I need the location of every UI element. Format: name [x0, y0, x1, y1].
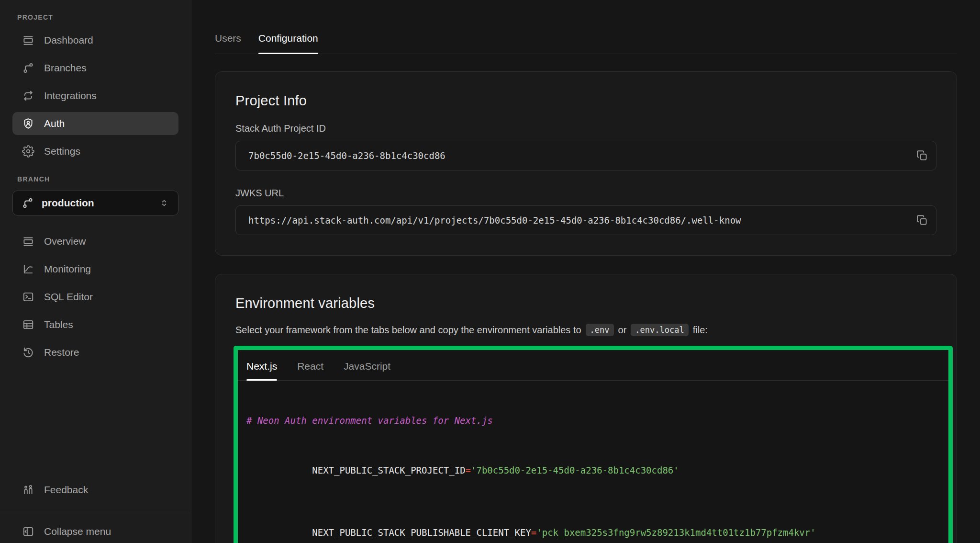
sidebar-item-label: Tables: [44, 319, 73, 330]
sidebar-item-label: Feedback: [44, 484, 88, 496]
project-nav: Dashboard Branches Integrations Auth: [12, 29, 178, 163]
framework-tabs: Next.js React JavaScript: [238, 350, 948, 381]
copy-icon: [916, 149, 928, 162]
tab-configuration[interactable]: Configuration: [258, 33, 318, 54]
description-text: Select your framework from the tabs belo…: [235, 325, 581, 336]
environment-variables-card: Environment variables Select your framew…: [215, 274, 957, 543]
sidebar-item-label: SQL Editor: [44, 291, 93, 303]
copy-project-id-button[interactable]: [915, 148, 929, 163]
description-text: file:: [693, 325, 708, 336]
feedback-icon: [22, 484, 34, 496]
sidebar-item-label: Collapse menu: [44, 526, 111, 537]
overview-icon: [22, 235, 34, 248]
branch-icon: [22, 197, 34, 209]
equals-sign: =: [531, 527, 536, 538]
branch-nav: Overview Monitoring SQL Editor Tables: [12, 230, 178, 364]
chevron-updown-icon: [159, 198, 169, 208]
branch-section-label: BRANCH: [12, 175, 178, 183]
project-section-label: PROJECT: [12, 13, 178, 21]
tab-javascript[interactable]: JavaScript: [344, 361, 390, 380]
dashboard-icon: [22, 34, 34, 46]
sidebar-item-restore[interactable]: Restore: [12, 341, 178, 364]
equals-sign: =: [466, 465, 471, 475]
sql-editor-icon: [22, 291, 34, 303]
tab-nextjs[interactable]: Next.js: [246, 361, 277, 380]
sidebar-item-label: Settings: [44, 146, 80, 157]
page-tabs: Users Configuration: [215, 33, 957, 54]
copy-icon: [916, 214, 928, 226]
env-var-name: NEXT_PUBLIC_STACK_PUBLISHABLE_CLIENT_KEY: [312, 527, 531, 538]
sidebar-item-label: Integrations: [44, 90, 97, 102]
sidebar-item-label: Restore: [44, 347, 79, 358]
sidebar-item-overview[interactable]: Overview: [12, 230, 178, 253]
env-var-value: '7b0c55d0-2e15-45d0-a236-8b1c4c30cd86': [471, 465, 679, 475]
collapse-menu-icon: [22, 525, 34, 538]
branch-selector-value: production: [42, 197, 94, 209]
project-id-label: Stack Auth Project ID: [235, 123, 936, 134]
sidebar-item-branches[interactable]: Branches: [12, 57, 178, 79]
settings-icon: [22, 145, 34, 158]
sidebar-item-label: Auth: [44, 118, 65, 129]
environment-variables-title: Environment variables: [235, 295, 936, 311]
env-local-file-chip: .env.local: [631, 324, 688, 336]
description-text: or: [618, 325, 627, 336]
project-id-value: 7b0c55d0-2e15-45d0-a236-8b1c4c30cd86: [248, 150, 445, 161]
sidebar-item-label: Branches: [44, 62, 87, 74]
tab-react[interactable]: React: [297, 361, 323, 380]
tables-icon: [22, 318, 34, 331]
tab-users[interactable]: Users: [215, 33, 241, 54]
sidebar-item-settings[interactable]: Settings: [12, 140, 178, 163]
sidebar-item-sql-editor[interactable]: SQL Editor: [12, 285, 178, 308]
sidebar-item-auth[interactable]: Auth: [12, 112, 178, 135]
jwks-url-value: https://api.stack-auth.com/api/v1/projec…: [248, 215, 741, 226]
main-content: Users Configuration Project Info Stack A…: [191, 0, 980, 543]
sidebar-divider: [0, 513, 191, 513]
sidebar-item-label: Monitoring: [44, 263, 91, 275]
sidebar: PROJECT Dashboard Branches Integrations: [0, 0, 191, 543]
restore-icon: [22, 346, 34, 359]
branch-selector[interactable]: production: [12, 191, 178, 215]
project-info-title: Project Info: [235, 93, 936, 109]
copy-jwks-url-button[interactable]: [915, 213, 929, 227]
page: PROJECT Dashboard Branches Integrations: [0, 0, 980, 543]
sidebar-item-monitoring[interactable]: Monitoring: [12, 258, 178, 281]
integrations-icon: [22, 90, 34, 102]
sidebar-item-dashboard[interactable]: Dashboard: [12, 29, 178, 52]
jwks-url-field: https://api.stack-auth.com/api/v1/projec…: [235, 205, 936, 235]
monitoring-icon: [22, 263, 34, 275]
branch-icon: [22, 62, 34, 74]
auth-icon: [22, 117, 34, 130]
collapse-menu-button[interactable]: Collapse menu: [12, 520, 178, 543]
sidebar-item-feedback[interactable]: Feedback: [12, 478, 178, 501]
env-var-name: NEXT_PUBLIC_STACK_PROJECT_ID: [312, 465, 465, 475]
project-info-card: Project Info Stack Auth Project ID 7b0c5…: [215, 71, 957, 256]
sidebar-spacer: [12, 376, 178, 472]
sidebar-item-label: Overview: [44, 236, 86, 247]
env-var-value: 'pck_bxem325s3fng9rw5z89213k1md4tt01tz1b…: [536, 527, 815, 538]
jwks-url-label: JWKS URL: [235, 188, 936, 199]
code-comment: # Neon Auth environment variables for Ne…: [246, 415, 493, 426]
env-file-chip: .env: [586, 324, 614, 336]
sidebar-item-label: Dashboard: [44, 34, 93, 46]
sidebar-item-tables[interactable]: Tables: [12, 313, 178, 336]
sidebar-item-integrations[interactable]: Integrations: [12, 84, 178, 107]
project-id-field: 7b0c55d0-2e15-45d0-a236-8b1c4c30cd86: [235, 141, 936, 170]
environment-variables-description: Select your framework from the tabs belo…: [235, 324, 936, 336]
highlight-annotation-box: Next.js React JavaScript # Neon Auth env…: [234, 346, 953, 543]
env-code-block: # Neon Auth environment variables for Ne…: [238, 381, 948, 543]
